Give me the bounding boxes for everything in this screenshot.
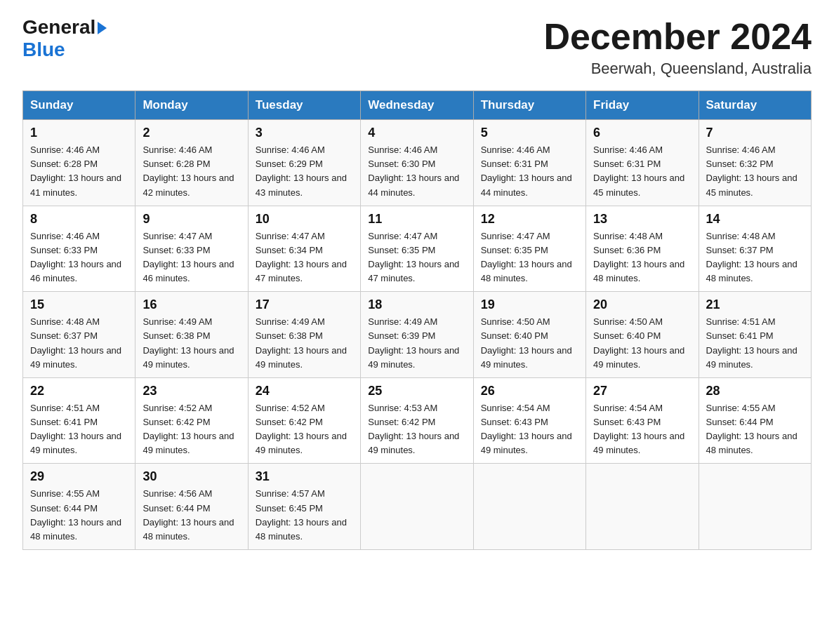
calendar-cell: 19Sunrise: 4:50 AMSunset: 6:40 PMDayligh… bbox=[473, 292, 585, 378]
day-number: 11 bbox=[368, 212, 465, 227]
day-number: 26 bbox=[481, 384, 578, 398]
calendar-cell bbox=[361, 464, 473, 550]
day-number: 10 bbox=[256, 212, 353, 227]
day-info: Sunrise: 4:46 AMSunset: 6:30 PMDaylight:… bbox=[368, 143, 465, 200]
day-info: Sunrise: 4:51 AMSunset: 6:41 PMDaylight:… bbox=[706, 315, 804, 372]
page-header: General Blue December 2024 Beerwah, Quee… bbox=[22, 17, 812, 78]
day-info: Sunrise: 4:52 AMSunset: 6:42 PMDaylight:… bbox=[256, 401, 353, 458]
day-number: 15 bbox=[30, 297, 128, 312]
calendar-cell: 29Sunrise: 4:55 AMSunset: 6:44 PMDayligh… bbox=[23, 464, 135, 550]
day-number: 4 bbox=[368, 126, 465, 140]
header-day-sunday: Sunday bbox=[23, 91, 135, 120]
calendar-cell: 4Sunrise: 4:46 AMSunset: 6:30 PMDaylight… bbox=[361, 120, 473, 206]
calendar-cell: 31Sunrise: 4:57 AMSunset: 6:45 PMDayligh… bbox=[248, 464, 360, 550]
header-day-thursday: Thursday bbox=[473, 91, 585, 120]
day-info: Sunrise: 4:46 AMSunset: 6:32 PMDaylight:… bbox=[706, 143, 804, 200]
day-number: 21 bbox=[706, 297, 804, 312]
calendar-week-row: 8Sunrise: 4:46 AMSunset: 6:33 PMDaylight… bbox=[23, 206, 812, 292]
day-info: Sunrise: 4:46 AMSunset: 6:33 PMDaylight:… bbox=[30, 229, 128, 286]
day-number: 22 bbox=[30, 384, 128, 398]
calendar-cell: 6Sunrise: 4:46 AMSunset: 6:31 PMDaylight… bbox=[586, 120, 699, 206]
calendar-cell: 9Sunrise: 4:47 AMSunset: 6:33 PMDaylight… bbox=[135, 206, 248, 292]
calendar-cell: 16Sunrise: 4:49 AMSunset: 6:38 PMDayligh… bbox=[135, 292, 248, 378]
calendar-cell: 14Sunrise: 4:48 AMSunset: 6:37 PMDayligh… bbox=[699, 206, 811, 292]
day-info: Sunrise: 4:50 AMSunset: 6:40 PMDaylight:… bbox=[593, 315, 691, 372]
calendar-table: SundayMondayTuesdayWednesdayThursdayFrid… bbox=[22, 90, 812, 550]
calendar-cell: 8Sunrise: 4:46 AMSunset: 6:33 PMDaylight… bbox=[23, 206, 135, 292]
calendar-cell: 17Sunrise: 4:49 AMSunset: 6:38 PMDayligh… bbox=[248, 292, 360, 378]
day-info: Sunrise: 4:54 AMSunset: 6:43 PMDaylight:… bbox=[593, 401, 691, 458]
calendar-cell: 27Sunrise: 4:54 AMSunset: 6:43 PMDayligh… bbox=[586, 377, 699, 464]
day-number: 19 bbox=[481, 297, 578, 312]
day-info: Sunrise: 4:48 AMSunset: 6:36 PMDaylight:… bbox=[593, 229, 691, 286]
day-number: 24 bbox=[256, 384, 353, 398]
calendar-cell: 13Sunrise: 4:48 AMSunset: 6:36 PMDayligh… bbox=[586, 206, 699, 292]
day-info: Sunrise: 4:48 AMSunset: 6:37 PMDaylight:… bbox=[706, 229, 804, 286]
day-info: Sunrise: 4:57 AMSunset: 6:45 PMDaylight:… bbox=[256, 487, 353, 544]
calendar-cell: 1Sunrise: 4:46 AMSunset: 6:28 PMDaylight… bbox=[23, 120, 135, 206]
day-number: 7 bbox=[706, 126, 804, 140]
calendar-cell: 11Sunrise: 4:47 AMSunset: 6:35 PMDayligh… bbox=[361, 206, 473, 292]
day-number: 3 bbox=[256, 126, 353, 140]
calendar-week-row: 22Sunrise: 4:51 AMSunset: 6:41 PMDayligh… bbox=[23, 377, 812, 464]
logo: General Blue bbox=[22, 17, 107, 61]
calendar-cell: 18Sunrise: 4:49 AMSunset: 6:39 PMDayligh… bbox=[361, 292, 473, 378]
calendar-cell bbox=[699, 464, 811, 550]
day-info: Sunrise: 4:46 AMSunset: 6:31 PMDaylight:… bbox=[593, 143, 691, 200]
calendar-cell: 22Sunrise: 4:51 AMSunset: 6:41 PMDayligh… bbox=[23, 377, 135, 464]
day-info: Sunrise: 4:47 AMSunset: 6:35 PMDaylight:… bbox=[368, 229, 465, 286]
calendar-cell: 5Sunrise: 4:46 AMSunset: 6:31 PMDaylight… bbox=[473, 120, 585, 206]
day-info: Sunrise: 4:49 AMSunset: 6:38 PMDaylight:… bbox=[143, 315, 240, 372]
day-info: Sunrise: 4:54 AMSunset: 6:43 PMDaylight:… bbox=[481, 401, 578, 458]
day-number: 30 bbox=[143, 469, 240, 484]
calendar-body: 1Sunrise: 4:46 AMSunset: 6:28 PMDaylight… bbox=[23, 120, 812, 550]
day-number: 20 bbox=[593, 297, 691, 312]
calendar-week-row: 15Sunrise: 4:48 AMSunset: 6:37 PMDayligh… bbox=[23, 292, 812, 378]
day-number: 27 bbox=[593, 384, 691, 398]
header-day-saturday: Saturday bbox=[699, 91, 811, 120]
day-info: Sunrise: 4:47 AMSunset: 6:34 PMDaylight:… bbox=[256, 229, 353, 286]
day-number: 23 bbox=[143, 384, 240, 398]
calendar-cell: 28Sunrise: 4:55 AMSunset: 6:44 PMDayligh… bbox=[699, 377, 811, 464]
calendar-cell: 2Sunrise: 4:46 AMSunset: 6:28 PMDaylight… bbox=[135, 120, 248, 206]
day-info: Sunrise: 4:46 AMSunset: 6:29 PMDaylight:… bbox=[256, 143, 353, 200]
calendar-cell: 10Sunrise: 4:47 AMSunset: 6:34 PMDayligh… bbox=[248, 206, 360, 292]
day-number: 2 bbox=[143, 126, 240, 140]
day-number: 28 bbox=[706, 384, 804, 398]
day-info: Sunrise: 4:53 AMSunset: 6:42 PMDaylight:… bbox=[368, 401, 465, 458]
calendar-cell: 25Sunrise: 4:53 AMSunset: 6:42 PMDayligh… bbox=[361, 377, 473, 464]
day-number: 17 bbox=[256, 297, 353, 312]
day-info: Sunrise: 4:46 AMSunset: 6:28 PMDaylight:… bbox=[143, 143, 240, 200]
day-info: Sunrise: 4:55 AMSunset: 6:44 PMDaylight:… bbox=[30, 487, 128, 544]
day-number: 12 bbox=[481, 212, 578, 227]
header-day-tuesday: Tuesday bbox=[248, 91, 360, 120]
day-info: Sunrise: 4:47 AMSunset: 6:33 PMDaylight:… bbox=[143, 229, 240, 286]
logo-blue-word: Blue bbox=[22, 39, 65, 61]
day-number: 13 bbox=[593, 212, 691, 227]
day-number: 31 bbox=[256, 469, 353, 484]
day-number: 8 bbox=[30, 212, 128, 227]
calendar-cell bbox=[473, 464, 585, 550]
day-info: Sunrise: 4:52 AMSunset: 6:42 PMDaylight:… bbox=[143, 401, 240, 458]
day-info: Sunrise: 4:51 AMSunset: 6:41 PMDaylight:… bbox=[30, 401, 128, 458]
day-number: 6 bbox=[593, 126, 691, 140]
logo-text: General bbox=[22, 17, 107, 39]
calendar-header-row: SundayMondayTuesdayWednesdayThursdayFrid… bbox=[23, 91, 812, 120]
day-info: Sunrise: 4:46 AMSunset: 6:28 PMDaylight:… bbox=[30, 143, 128, 200]
calendar-cell bbox=[586, 464, 699, 550]
day-number: 25 bbox=[368, 384, 465, 398]
month-title: December 2024 bbox=[543, 17, 812, 57]
calendar-cell: 3Sunrise: 4:46 AMSunset: 6:29 PMDaylight… bbox=[248, 120, 360, 206]
location-title: Beerwah, Queensland, Australia bbox=[543, 60, 812, 78]
calendar-cell: 24Sunrise: 4:52 AMSunset: 6:42 PMDayligh… bbox=[248, 377, 360, 464]
header-day-monday: Monday bbox=[135, 91, 248, 120]
header-day-wednesday: Wednesday bbox=[361, 91, 473, 120]
calendar-cell: 20Sunrise: 4:50 AMSunset: 6:40 PMDayligh… bbox=[586, 292, 699, 378]
day-number: 29 bbox=[30, 469, 128, 484]
calendar-cell: 26Sunrise: 4:54 AMSunset: 6:43 PMDayligh… bbox=[473, 377, 585, 464]
day-number: 14 bbox=[706, 212, 804, 227]
calendar-cell: 7Sunrise: 4:46 AMSunset: 6:32 PMDaylight… bbox=[699, 120, 811, 206]
day-info: Sunrise: 4:56 AMSunset: 6:44 PMDaylight:… bbox=[143, 487, 240, 544]
calendar-cell: 23Sunrise: 4:52 AMSunset: 6:42 PMDayligh… bbox=[135, 377, 248, 464]
calendar-cell: 21Sunrise: 4:51 AMSunset: 6:41 PMDayligh… bbox=[699, 292, 811, 378]
